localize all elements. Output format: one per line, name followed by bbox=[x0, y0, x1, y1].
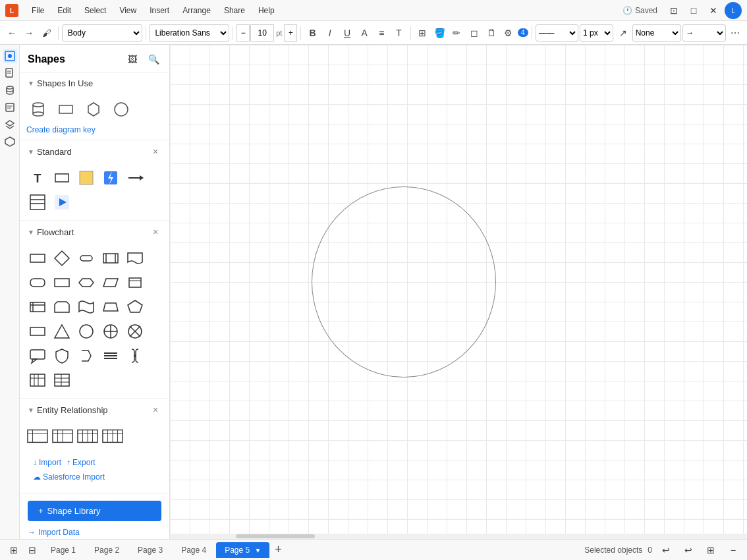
connection-style-select[interactable]: None bbox=[632, 24, 682, 42]
er-header[interactable]: ▼ Entity Relationship × bbox=[20, 399, 169, 421]
fc-process2[interactable] bbox=[26, 320, 49, 343]
fc-circle[interactable] bbox=[75, 320, 97, 343]
er-entity2[interactable] bbox=[51, 425, 74, 447]
page-view-btn[interactable]: ⊟ bbox=[24, 542, 41, 559]
fc-document[interactable] bbox=[124, 247, 146, 269]
window-btn-3[interactable]: ✕ bbox=[705, 2, 722, 19]
menu-insert[interactable]: Insert bbox=[144, 5, 175, 16]
fc-loop-limit[interactable] bbox=[51, 296, 73, 318]
fc-callout[interactable] bbox=[26, 345, 49, 367]
text-format-button[interactable]: T bbox=[391, 24, 407, 42]
menu-edit[interactable]: Edit bbox=[52, 5, 76, 16]
export-button[interactable]: ↑Export bbox=[67, 458, 96, 467]
fc-equals[interactable] bbox=[99, 345, 122, 367]
format-painter-button[interactable]: 🖌 bbox=[38, 24, 54, 42]
strip-layers-btn[interactable] bbox=[3, 117, 17, 132]
fc-crosshair[interactable] bbox=[99, 320, 122, 343]
arrow-end-select[interactable]: → bbox=[682, 24, 725, 42]
extra-button[interactable]: ⚙ bbox=[501, 24, 516, 42]
fc-triangle[interactable] bbox=[51, 320, 73, 343]
page-tab-2[interactable]: Page 2 bbox=[86, 542, 128, 558]
fc-parallelogram[interactable] bbox=[99, 271, 122, 294]
italic-button[interactable]: I bbox=[322, 24, 338, 42]
font-family-select[interactable]: Liberation Sans bbox=[149, 24, 229, 42]
fc-rect2[interactable] bbox=[51, 271, 73, 294]
fc-shield[interactable] bbox=[51, 345, 73, 367]
canvas-scrollbar[interactable] bbox=[170, 534, 747, 539]
shape-library-button[interactable]: + Shape Library bbox=[28, 501, 161, 521]
text-props-button[interactable]: 🗒 bbox=[484, 24, 499, 42]
fc-internal-storage[interactable] bbox=[26, 296, 49, 318]
more-options-button[interactable]: ⋯ bbox=[727, 24, 743, 42]
flowchart-header[interactable]: ▼ Flowchart × bbox=[20, 221, 169, 243]
search-shapes-button[interactable]: 🔍 bbox=[146, 51, 161, 67]
er-entity1[interactable] bbox=[26, 425, 49, 447]
underline-button[interactable]: U bbox=[339, 24, 355, 42]
line-weight-select[interactable]: 1 px bbox=[580, 24, 613, 42]
import-button[interactable]: ↓Import bbox=[33, 458, 61, 467]
er-close-button[interactable]: × bbox=[150, 404, 161, 416]
fc-process[interactable] bbox=[26, 247, 49, 269]
canvas-area[interactable] bbox=[170, 45, 747, 539]
standard-text[interactable]: T bbox=[26, 167, 49, 189]
standard-list[interactable] bbox=[26, 191, 49, 213]
redo-button[interactable]: → bbox=[21, 24, 37, 42]
shapes-in-use-header[interactable]: ▼ Shapes In Use bbox=[20, 73, 169, 94]
line-color-button[interactable]: ✏ bbox=[449, 24, 464, 42]
standard-arrow[interactable] bbox=[124, 167, 146, 189]
undo-status-btn[interactable]: ↩ bbox=[657, 542, 675, 559]
font-size-increase[interactable]: + bbox=[284, 24, 297, 42]
strip-shapes-btn[interactable] bbox=[3, 49, 17, 63]
fc-table1[interactable] bbox=[26, 369, 49, 391]
undo-button[interactable]: ← bbox=[4, 24, 20, 42]
standard-play[interactable] bbox=[51, 191, 73, 213]
menu-select[interactable]: Select bbox=[79, 5, 111, 16]
fc-exclude[interactable] bbox=[124, 320, 146, 343]
zoom-out-btn[interactable]: − bbox=[725, 542, 742, 559]
align-button[interactable]: ≡ bbox=[374, 24, 389, 42]
fc-curly-brace[interactable] bbox=[124, 345, 146, 367]
fc-terminator[interactable] bbox=[26, 271, 49, 294]
page-tab-1[interactable]: Page 1 bbox=[42, 542, 84, 558]
fc-hexagon[interactable] bbox=[75, 271, 97, 294]
line-arrow-button[interactable]: ↗ bbox=[615, 24, 630, 42]
standard-header[interactable]: ▼ Standard × bbox=[20, 140, 169, 163]
fc-decision[interactable] bbox=[51, 247, 73, 269]
style-select[interactable]: Body bbox=[62, 24, 142, 42]
standard-rect[interactable] bbox=[51, 167, 73, 189]
page-tab-4[interactable]: Page 4 bbox=[173, 542, 215, 558]
fill-color-button[interactable]: 🪣 bbox=[431, 24, 447, 42]
menu-arrange[interactable]: Arrange bbox=[177, 5, 216, 16]
window-btn-1[interactable]: ⊡ bbox=[665, 2, 682, 19]
menu-help[interactable]: Help bbox=[253, 5, 280, 16]
fc-pentagon[interactable] bbox=[124, 296, 146, 318]
strip-notes-btn[interactable] bbox=[3, 100, 17, 115]
menu-share[interactable]: Share bbox=[219, 5, 250, 16]
window-btn-2[interactable]: □ bbox=[685, 2, 702, 19]
redo-status-btn[interactable]: ↩ bbox=[680, 542, 697, 559]
strip-page-btn[interactable] bbox=[3, 66, 17, 80]
shape-hexagon[interactable] bbox=[82, 98, 105, 121]
menu-view[interactable]: View bbox=[114, 5, 142, 16]
gallery-view-button[interactable]: 🖼 bbox=[124, 51, 140, 67]
fc-connector[interactable] bbox=[75, 247, 97, 269]
line-style-select[interactable]: —— bbox=[536, 24, 578, 42]
strip-data-btn[interactable] bbox=[3, 83, 17, 98]
standard-lightning[interactable] bbox=[99, 167, 122, 189]
fc-bracket-right[interactable] bbox=[75, 345, 97, 367]
zoom-fit-btn[interactable]: ⊞ bbox=[702, 542, 719, 559]
font-size-input[interactable] bbox=[250, 24, 274, 42]
strip-3d-btn[interactable] bbox=[3, 134, 17, 149]
font-color-button[interactable]: A bbox=[356, 24, 372, 42]
er-entity3[interactable] bbox=[76, 425, 99, 447]
flowchart-close-button[interactable]: × bbox=[150, 226, 161, 238]
shape-rectangle[interactable] bbox=[54, 98, 78, 121]
font-size-decrease[interactable]: − bbox=[236, 24, 250, 42]
salesforce-import-button[interactable]: ☁Salesforce Import bbox=[33, 472, 105, 482]
page-tab-5[interactable]: Page 5 ▼ bbox=[216, 542, 269, 558]
bold-button[interactable]: B bbox=[304, 24, 320, 42]
scrollbar-thumb[interactable] bbox=[236, 534, 315, 538]
create-diagram-key-link[interactable]: Create diagram key bbox=[20, 124, 169, 140]
shape-circle[interactable] bbox=[109, 98, 133, 121]
standard-sticky[interactable] bbox=[75, 167, 97, 189]
